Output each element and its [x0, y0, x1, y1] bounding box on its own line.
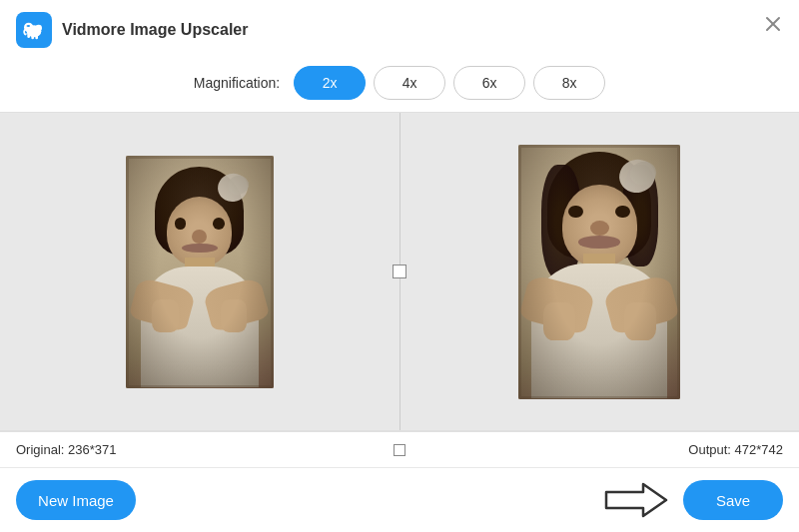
svg-point-1: [24, 23, 33, 32]
svg-rect-4: [31, 35, 34, 40]
magnification-2x-button[interactable]: 2x: [294, 66, 366, 100]
comparison-area: [0, 112, 799, 431]
original-image-panel: [0, 113, 400, 430]
action-bar: New Image Save: [0, 467, 799, 532]
magnification-8x-button[interactable]: 8x: [533, 66, 605, 100]
center-divider: [393, 265, 406, 278]
close-button[interactable]: [763, 14, 783, 34]
save-button[interactable]: Save: [683, 480, 783, 520]
svg-rect-5: [35, 35, 38, 40]
svg-point-7: [27, 25, 29, 27]
magnification-bar: Magnification: 2x 4x 6x 8x: [0, 58, 799, 112]
app-window: Vidmore Image Upscaler Magnification: 2x…: [0, 0, 799, 532]
output-photo: [518, 145, 680, 399]
app-icon: [16, 12, 52, 48]
output-image-panel: [400, 113, 800, 430]
original-photo: [126, 156, 274, 388]
magnification-6x-button[interactable]: 6x: [453, 66, 525, 100]
original-dimensions: Original: 236*371: [16, 442, 380, 457]
svg-point-2: [35, 25, 42, 32]
arrow-indicator: [601, 480, 671, 520]
center-square-icon: [393, 265, 406, 278]
magnification-label: Magnification:: [194, 75, 280, 91]
new-image-button[interactable]: New Image: [16, 480, 136, 520]
arrow-icon: [601, 480, 671, 520]
svg-rect-3: [27, 33, 30, 38]
app-title: Vidmore Image Upscaler: [62, 21, 248, 39]
close-icon: [765, 16, 781, 32]
info-square-icon: [394, 444, 405, 456]
svg-marker-10: [606, 484, 666, 516]
elephant-icon: [22, 18, 46, 42]
info-bar: Original: 236*371 Output: 472*742: [0, 431, 799, 467]
info-center-square: [380, 444, 419, 456]
output-dimensions: Output: 472*742: [419, 442, 783, 457]
title-bar: Vidmore Image Upscaler: [0, 0, 799, 58]
magnification-4x-button[interactable]: 4x: [374, 66, 445, 100]
